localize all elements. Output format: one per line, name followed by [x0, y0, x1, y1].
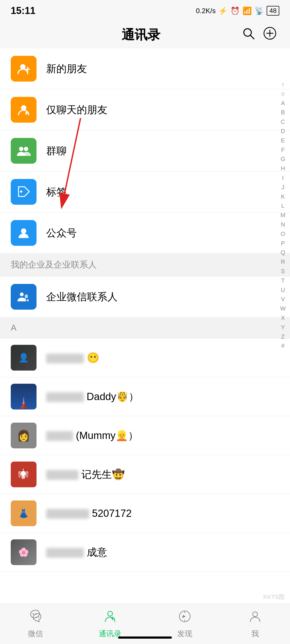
alpha-index-item[interactable]: D	[281, 127, 285, 136]
chat-only-label: 仅聊天的朋友	[46, 103, 107, 117]
nav-me-label: 我	[251, 629, 259, 639]
avatar-2: 🗼	[11, 384, 37, 409]
discover-icon	[178, 609, 192, 627]
chat-only-friends-item[interactable]: 仅聊天的朋友	[0, 89, 290, 130]
avatar-5: 👗	[11, 500, 37, 526]
avatar-4: 🕷	[11, 462, 37, 487]
contact-person-5[interactable]: 👗 5207172	[0, 494, 290, 533]
person-name-2: Daddy🤴）	[46, 390, 139, 404]
alpha-index-item[interactable]: W	[280, 305, 286, 313]
alpha-index-item[interactable]: S	[281, 267, 285, 276]
alpha-index-item[interactable]: U	[281, 286, 285, 294]
svg-point-11	[20, 191, 22, 193]
alpha-index-item[interactable]: P	[281, 239, 285, 248]
alpha-index-item[interactable]: ☆	[280, 90, 286, 98]
alpha-index-item[interactable]: R	[281, 258, 285, 266]
alpha-index-item[interactable]: X	[281, 314, 285, 322]
status-bar: 15:11 0.2K/s ⚡ ⏰ 📶 📡 48	[0, 0, 290, 21]
new-friends-icon	[11, 56, 37, 82]
alpha-index-item[interactable]: V	[281, 295, 285, 303]
contact-person-1[interactable]: 👤 😶	[0, 338, 290, 377]
official-account-item[interactable]: 公众号	[0, 213, 290, 254]
alpha-index-item[interactable]: Z	[281, 333, 285, 341]
me-icon	[248, 609, 262, 627]
person-name-6: 成意	[46, 546, 107, 559]
nav-weixin-label: 微信	[28, 629, 43, 639]
signal-icon: 📶	[242, 6, 252, 15]
alpha-index-item[interactable]: K	[281, 193, 285, 201]
status-time: 15:11	[11, 5, 35, 16]
person-name-1: 😶	[46, 352, 99, 364]
alpha-index-item[interactable]: A	[281, 99, 285, 108]
contact-person-6[interactable]: 🌸 成意	[0, 533, 290, 572]
svg-point-9	[19, 147, 23, 151]
alpha-index-item[interactable]: L	[281, 202, 284, 210]
page-title: 通讯录	[40, 26, 242, 43]
svg-point-10	[24, 147, 28, 151]
nav-contacts[interactable]: 通讯录	[99, 609, 121, 639]
new-friends-label: 新的朋友	[46, 62, 87, 76]
alpha-index-item[interactable]: #	[281, 342, 284, 350]
svg-line-1	[250, 35, 254, 39]
alpha-index-item[interactable]: O	[281, 230, 285, 238]
svg-point-12	[21, 228, 26, 234]
section-a-header: A	[0, 317, 290, 338]
alpha-index[interactable]: ↑☆ABCDEFGHIJKLMNOPQRSTUVWXYZ#	[280, 80, 286, 350]
person-name-5: 5207172	[46, 508, 132, 519]
official-account-icon	[11, 220, 37, 246]
svg-point-20	[36, 617, 37, 618]
enterprise-contact-item[interactable]: 企业微信联系人	[0, 276, 290, 317]
nav-discover[interactable]: 发现	[177, 609, 192, 639]
svg-point-18	[33, 613, 34, 614]
group-chat-label: 群聊	[46, 144, 67, 158]
enterprise-section-header: 我的企业及企业联系人	[0, 254, 290, 276]
nav-discover-label: 发现	[177, 629, 192, 639]
weixin-icon	[28, 609, 42, 627]
svg-point-13	[20, 292, 24, 296]
alpha-index-item[interactable]: C	[281, 118, 285, 126]
contact-person-4[interactable]: 🕷 记先生🤠	[0, 455, 290, 494]
alpha-index-item[interactable]: J	[281, 183, 284, 192]
alpha-index-item[interactable]: H	[281, 164, 285, 173]
official-account-label: 公众号	[46, 226, 77, 240]
add-contact-icon[interactable]	[263, 27, 277, 43]
enterprise-icon	[11, 284, 37, 310]
alpha-index-item[interactable]: T	[281, 277, 285, 285]
alpha-index-item[interactable]: I	[282, 174, 284, 182]
contact-person-3[interactable]: 👩 (Mummy👱）	[0, 416, 290, 455]
person-name-4: 记先生🤠	[46, 468, 125, 481]
new-friends-item[interactable]: 新的朋友	[0, 48, 290, 89]
alpha-index-item[interactable]: F	[281, 146, 285, 154]
contacts-icon	[103, 609, 117, 627]
alpha-index-item[interactable]: N	[281, 221, 285, 229]
status-icons: 0.2K/s ⚡ ⏰ 📶 📡 48	[196, 6, 279, 16]
chat-only-icon	[11, 97, 37, 123]
nav-me[interactable]: 我	[248, 609, 262, 639]
alpha-index-item[interactable]: Y	[281, 323, 285, 332]
svg-point-21	[38, 617, 39, 618]
wifi-icon: 📡	[255, 6, 264, 15]
avatar-6: 🌸	[11, 539, 37, 565]
watermark: KKTS图	[263, 593, 285, 601]
alpha-index-item[interactable]: B	[281, 108, 285, 117]
alpha-index-item[interactable]: Q	[281, 248, 285, 257]
alpha-index-item[interactable]: ↑	[281, 80, 284, 89]
svg-point-29	[253, 612, 258, 617]
tags-icon	[11, 179, 37, 205]
svg-point-15	[27, 299, 29, 301]
header: 通讯录	[0, 21, 290, 48]
contact-person-2[interactable]: 🗼 Daddy🤴）	[0, 377, 290, 416]
home-indicator	[118, 636, 172, 639]
bluetooth-icon: ⚡	[218, 6, 228, 15]
alpha-index-item[interactable]: E	[281, 137, 285, 145]
contact-list: 新的朋友 仅聊天的朋友 群聊	[0, 48, 290, 625]
group-chat-item[interactable]: 群聊	[0, 130, 290, 171]
avatar-3: 👩	[11, 423, 37, 448]
network-speed: 0.2K/s	[196, 7, 216, 15]
search-icon[interactable]	[242, 27, 255, 43]
alpha-index-item[interactable]: G	[281, 155, 285, 163]
nav-weixin[interactable]: 微信	[28, 609, 43, 639]
svg-point-22	[108, 611, 113, 616]
alpha-index-item[interactable]: M	[280, 211, 285, 219]
tags-item[interactable]: 标签	[0, 171, 290, 213]
